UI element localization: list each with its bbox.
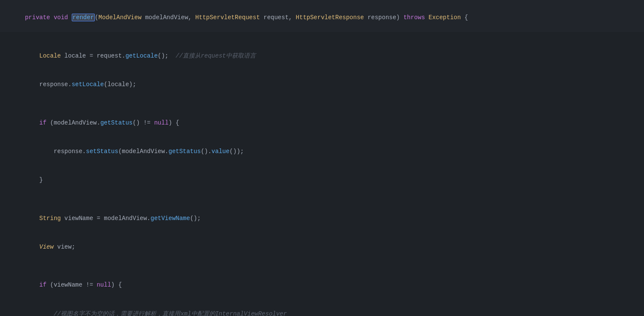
code-line-4: response.setLocale(locale); [0, 70, 644, 99]
type-string: String [39, 215, 61, 222]
fn-setStatus: setStatus [86, 148, 118, 155]
code-line-11: View view; [0, 232, 644, 261]
code-line-7: response.setStatus(modelAndView.getStatu… [0, 137, 644, 165]
keyword-if-2: if [39, 281, 47, 288]
code-editor: private void render(ModelAndView modelAn… [0, 0, 644, 316]
type-httpServletRequest: HttpServletRequest [195, 14, 260, 21]
highlight-render: render [72, 14, 95, 21]
code-line-8: } [0, 166, 644, 194]
comment-locale: //直接从request中获取语言 [176, 52, 256, 59]
code-line-6: if (modelAndView.getStatus() != null) { [0, 108, 644, 137]
type-modelAndView: ModelAndView [98, 14, 141, 21]
code-line-blank-4 [0, 261, 644, 271]
code-line-blank-1 [0, 32, 644, 41]
code-line-14: //视图名字不为空的话，需要进行解析，直接用xml中配置的InternalVie… [0, 299, 644, 316]
keyword-void: void [54, 14, 68, 21]
type-exception: Exception [428, 14, 461, 21]
code-line-blank-2 [0, 99, 644, 108]
keyword-if-1: if [39, 119, 47, 126]
code-line-1: private void render(ModelAndView modelAn… [0, 0, 644, 32]
keyword-null-1: null [154, 119, 169, 126]
fn-getLocale: getLocale [126, 52, 158, 59]
fn-getViewName: getViewName [151, 215, 190, 222]
keyword-throws: throws [404, 14, 425, 21]
keyword-null-2: null [97, 281, 111, 288]
type-locale: Locale [39, 52, 61, 59]
type-httpServletResponse: HttpServletResponse [296, 14, 364, 21]
fn-getStatus: getStatus [100, 119, 133, 126]
fn-getStatus2: getStatus [169, 148, 201, 155]
keyword-private: private [25, 14, 50, 21]
code-line-3: Locale locale = request.getLocale(); //直… [0, 42, 644, 70]
fn-value: value [211, 148, 229, 155]
comment-viewName: //视图名字不为空的话，需要进行解析，直接用xml中配置的InternalVie… [54, 310, 287, 316]
fn-setLocale: setLocale [72, 81, 104, 88]
code-line-10: String viewName = modelAndView.getViewNa… [0, 204, 644, 232]
code-line-blank-3 [0, 194, 644, 204]
code-line-13: if (viewName != null) { [0, 271, 644, 299]
type-view-italic: View [39, 244, 54, 250]
